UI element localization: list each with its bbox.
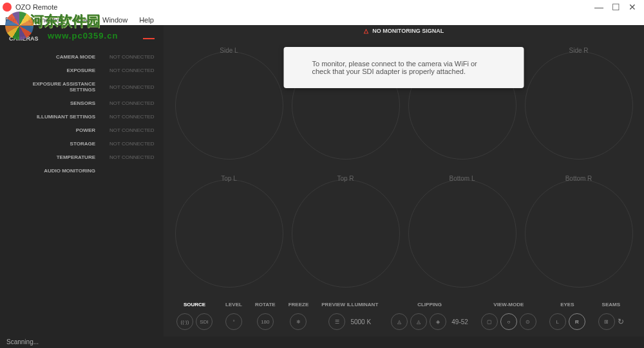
clipping-under-button[interactable]: ◬	[391, 313, 408, 330]
toolbar-level-label: LEVEL	[225, 302, 242, 309]
clipping-focus-button[interactable]: ◈	[430, 313, 446, 330]
sidebar: CAMERAS — CAMERA MODENOT CONNECTED EXPOS…	[0, 25, 164, 336]
sidebar-header: CAMERAS	[9, 35, 143, 42]
rotate-button[interactable]: 180	[257, 313, 274, 330]
camera-cell-top-l: Top L	[173, 171, 285, 295]
toolbar: SOURCE ((·))SDI LEVEL ° ROTATE 180 FREEZ…	[164, 299, 644, 336]
main-panel: △ NO MONITORING SIGNAL To monitor, pleas…	[164, 25, 644, 336]
camera-cell-bottom-r: Bottom R	[522, 171, 635, 295]
toolbar-freeze-label: FREEZE	[289, 302, 309, 309]
illuminant-button[interactable]: ☰	[328, 313, 345, 330]
sidebar-item-exposure-assistance[interactable]: EXPOSURE ASSISTANCE SETTINGSNOT CONNECTE…	[0, 77, 164, 96]
menu-view[interactable]: View	[75, 16, 91, 24]
camera-cell-side-r: Side R	[522, 43, 635, 167]
warning-bar: △ NO MONITORING SIGNAL	[164, 25, 644, 37]
app-icon	[3, 3, 12, 12]
close-button[interactable]: ✕	[629, 3, 636, 11]
sidebar-item-camera-mode[interactable]: CAMERA MODENOT CONNECTED	[0, 50, 164, 64]
eyes-right-button[interactable]: R	[569, 313, 585, 330]
toolbar-seams-label: SEAMS	[602, 302, 620, 309]
viewmode-flat-button[interactable]: ▢	[481, 313, 498, 330]
clipping-over-button[interactable]: ◬	[410, 313, 427, 330]
toolbar-eyes-label: EYES	[560, 302, 574, 309]
warning-text: NO MONITORING SIGNAL	[372, 28, 444, 34]
sidebar-item-exposure[interactable]: EXPOSURENOT CONNECTED	[0, 64, 164, 77]
toolbar-viewmode-label: VIEW-MODE	[493, 302, 524, 309]
toolbar-rotate-label: ROTATE	[255, 302, 276, 309]
window-titlebar: OZO Remote — ☐ ✕	[0, 0, 644, 14]
minimize-button[interactable]: —	[595, 3, 603, 11]
maximize-button[interactable]: ☐	[612, 3, 620, 11]
source-wifi-button[interactable]: ((·))	[176, 313, 193, 330]
menu-file[interactable]: File	[5, 16, 17, 24]
toolbar-illuminant-label: PREVIEW ILLUMINANT	[321, 302, 378, 309]
camera-cell-bottom-l: Bottom L	[406, 171, 518, 295]
sidebar-item-power[interactable]: POWERNOT CONNECTED	[0, 124, 164, 137]
menu-window[interactable]: Window	[102, 16, 128, 24]
eyes-left-button[interactable]: L	[549, 313, 566, 330]
viewmode-headset-button[interactable]: ⊙	[520, 313, 536, 330]
clipping-value: 49-52	[451, 318, 468, 325]
warning-icon: △	[364, 28, 368, 34]
seams-reset-button[interactable]: ↻	[618, 317, 624, 326]
menu-connection[interactable]: Connection	[28, 16, 64, 24]
sidebar-item-illuminant[interactable]: ILLUMINANT SETTINGSNOT CONNECTED	[0, 110, 164, 124]
toolbar-source-label: SOURCE	[184, 302, 205, 309]
source-sdi-button[interactable]: SDI	[196, 313, 213, 330]
menu-help[interactable]: Help	[139, 16, 154, 24]
notice-banner: To monitor, please connect to the camera…	[284, 47, 524, 88]
level-button[interactable]: °	[225, 313, 242, 330]
sidebar-collapse-button[interactable]: —	[143, 32, 155, 45]
status-bar: Scanning...	[0, 336, 644, 348]
menu-bar: File Connection View Window Help	[0, 14, 644, 25]
sidebar-item-audio-monitoring[interactable]: AUDIO MONITORING	[0, 164, 164, 178]
freeze-button[interactable]: ❄	[290, 313, 307, 330]
sidebar-item-temperature[interactable]: TEMPERATURENOT CONNECTED	[0, 151, 164, 164]
sidebar-item-storage[interactable]: STORAGENOT CONNECTED	[0, 137, 164, 151]
seams-grid-button[interactable]: ⊞	[598, 313, 615, 330]
sidebar-item-sensors[interactable]: SENSORSNOT CONNECTED	[0, 96, 164, 110]
camera-cell-side-l: Side L	[173, 43, 285, 167]
illuminant-value: 5000 K	[350, 318, 371, 325]
window-title: OZO Remote	[15, 3, 595, 11]
toolbar-clipping-label: CLIPPING	[417, 302, 442, 309]
camera-cell-top-r: Top R	[289, 171, 402, 295]
viewmode-sphere-button[interactable]: ○	[500, 313, 517, 330]
